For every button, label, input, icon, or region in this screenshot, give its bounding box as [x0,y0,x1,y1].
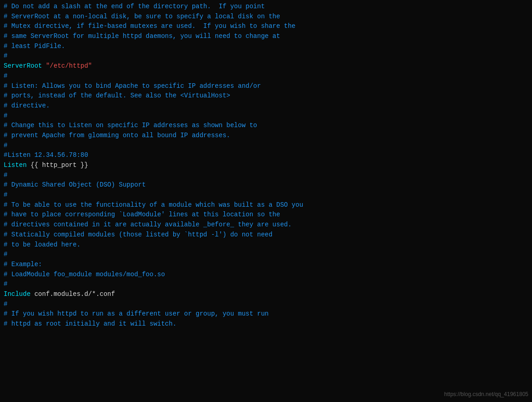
code-line: # Statically compiled modules (those lis… [4,230,528,240]
code-line: ServerRoot "/etc/httpd" [4,61,528,71]
code-line: # ports, instead of the default. See als… [4,91,528,101]
code-line: # [4,279,528,289]
code-line: # Mutex directive, if file-based mutexes… [4,21,528,32]
code-line: # have to place corresponding `LoadModul… [4,210,528,220]
code-line: # Example: [4,260,528,270]
code-line: # directives contained in it are actuall… [4,220,528,230]
code-line: # ServerRoot at a non-local disk, be sur… [4,12,528,22]
code-line: # [4,111,528,121]
code-line: Include conf.modules.d/*.conf [4,289,528,300]
code-content: # Do not add a slash at the end of the d… [4,2,528,329]
code-line: # Dynamic Shared Object (DSO) Support [4,180,528,190]
code-line: # to be loaded here. [4,240,528,250]
code-line: # [4,71,528,81]
watermark: https://blog.csdn.net/qq_41961805 [444,390,528,398]
code-line: # To be able to use the functionality of… [4,200,528,210]
code-line: # Listen: Allows you to bind Apache to s… [4,81,528,91]
code-line: # same ServerRoot for multiple httpd dae… [4,32,528,42]
code-line: # [4,141,528,151]
code-line: # directive. [4,101,528,111]
code-line: # Do not add a slash at the end of the d… [4,2,528,12]
code-line: # [4,300,528,310]
code-line: # [4,250,528,260]
code-line: # httpd as root initially and it will sw… [4,319,528,329]
code-line: # [4,190,528,200]
code-line: # If you wish httpd to run as a differen… [4,309,528,319]
code-line: # [4,171,528,181]
code-line: # prevent Apache from glomming onto all … [4,131,528,141]
code-line: # [4,51,528,61]
code-line: # least PidFile. [4,42,528,52]
code-editor: # Do not add a slash at the end of the d… [0,0,532,402]
code-line: # Change this to Listen on specific IP a… [4,121,528,131]
code-line: #Listen 12.34.56.78:80 [4,150,528,161]
code-line: Listen {{ http_port }} [4,161,528,171]
code-line: # LoadModule foo_module modules/mod_foo.… [4,270,528,280]
